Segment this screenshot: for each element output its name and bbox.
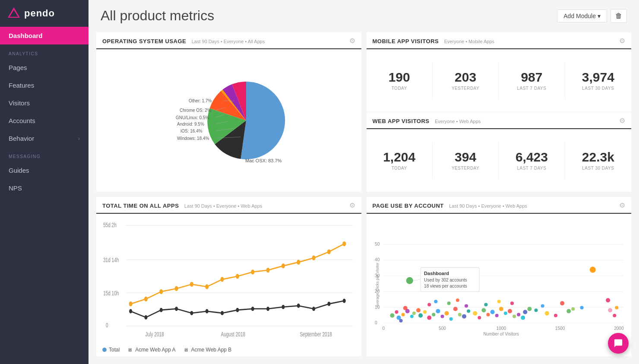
- svg-point-113: [560, 301, 564, 305]
- sidebar-nav-item-dashboard[interactable]: Dashboard: [0, 27, 89, 44]
- label-other: Other: 1.7%: [189, 98, 212, 103]
- svg-point-104: [434, 300, 437, 303]
- widget-title-mobile: MOBILE APP VISITORS: [373, 38, 439, 44]
- svg-point-17: [190, 282, 193, 287]
- svg-point-22: [266, 268, 270, 272]
- widget-subtitle-time: Last 90 Days • Everyone • Web Apps: [184, 203, 263, 209]
- svg-point-33: [206, 309, 209, 313]
- stat-web-yesterday: 394 YESTERDAY: [433, 142, 499, 179]
- logo-text: pendo: [24, 8, 55, 19]
- widget-header-mobile: MOBILE APP VISITORS Everyone • Mobile Ap…: [367, 32, 632, 49]
- add-module-button[interactable]: Add Module ▾: [557, 9, 607, 22]
- stat-value-mobile-30days: 3,974: [582, 71, 614, 84]
- stat-label-mobile-7days: LAST 7 DAYS: [517, 86, 546, 91]
- stat-web-30days: 22.3k LAST 30 DAYS: [565, 142, 631, 179]
- svg-point-27: [342, 241, 346, 246]
- delete-dashboard-button[interactable]: 🗑: [611, 9, 627, 23]
- svg-point-88: [490, 310, 494, 314]
- messaging-section-label: MESSAGING: [0, 147, 89, 161]
- svg-point-72: [418, 313, 422, 318]
- svg-point-35: [236, 308, 239, 312]
- pie-chart-svg: Mac OSX: 83.7% Windows: 18.4% iOS: 16.4%…: [160, 73, 298, 168]
- label-ios: iOS: 16.4%: [180, 129, 202, 133]
- stat-mobile-30days: 3,974 LAST 30 DAYS: [565, 62, 631, 99]
- svg-point-40: [312, 307, 315, 311]
- sidebar-nav-item-guides[interactable]: Guides: [0, 161, 89, 179]
- widget-title-pageuse: PAGE USE BY ACCOUNT: [373, 203, 444, 209]
- svg-point-62: [390, 313, 394, 318]
- gear-icon-pageuse[interactable]: ⚙: [619, 201, 625, 209]
- svg-point-83: [467, 310, 470, 313]
- svg-point-107: [465, 304, 468, 307]
- svg-point-37: [266, 307, 269, 311]
- mobile-stats-grid: 190 TODAY 203 YESTERDAY 987 LAST 7 DAYS …: [367, 49, 632, 112]
- sidebar-logo: pendo: [0, 0, 89, 27]
- tooltip-line2: 18 views per accounts: [424, 284, 467, 288]
- svg-point-80: [453, 307, 457, 311]
- mobile-visitors-section: MOBILE APP VISITORS Everyone • Mobile Ap…: [367, 32, 632, 112]
- sidebar-nav-item-accounts[interactable]: Accounts: [0, 112, 89, 130]
- svg-point-79: [449, 317, 452, 321]
- svg-point-85: [478, 316, 481, 320]
- line-chart-legend: Total 🖥 Acme Web App A 🖥 Acme Web App B: [96, 344, 361, 356]
- svg-point-112: [541, 304, 544, 307]
- svg-point-89: [495, 314, 498, 317]
- svg-point-118: [608, 308, 612, 313]
- web-stats-grid: 1,204 TODAY 394 YESTERDAY 6,423 LAST 7 D…: [367, 129, 632, 192]
- widget-subtitle-os: Last 90 Days • Everyone • All Apps: [192, 39, 265, 44]
- svg-point-28: [129, 309, 132, 313]
- svg-point-63: [395, 310, 398, 314]
- trash-icon: 🗑: [615, 12, 622, 19]
- monitor-icon-appB: 🖥: [183, 347, 188, 352]
- svg-point-74: [427, 316, 431, 320]
- svg-point-90: [499, 307, 503, 311]
- sidebar-nav-item-visitors[interactable]: Visitors: [0, 94, 89, 112]
- sidebar-nav-item-features[interactable]: Features: [0, 76, 89, 94]
- line-total: [131, 244, 345, 304]
- svg-point-103: [427, 303, 431, 306]
- gear-icon-mobile[interactable]: ⚙: [619, 37, 625, 45]
- svg-point-69: [412, 312, 415, 315]
- sidebar-nav-item-behavior[interactable]: Behavior ›: [0, 130, 89, 147]
- svg-point-18: [205, 284, 209, 289]
- chevron-down-icon: ▾: [598, 13, 601, 19]
- svg-point-32: [190, 311, 193, 315]
- svg-point-114: [571, 307, 575, 310]
- stat-value-web-today: 1,204: [383, 151, 415, 164]
- svg-point-110: [510, 301, 513, 305]
- stat-value-mobile-yesterday: 203: [455, 71, 476, 84]
- svg-point-95: [534, 309, 538, 312]
- svg-point-70: [416, 308, 420, 313]
- svg-point-65: [401, 313, 405, 317]
- svg-line-119: [413, 279, 420, 281]
- svg-point-82: [462, 314, 466, 319]
- widget-title-web: WEB APP VISITORS: [373, 118, 430, 124]
- stat-value-mobile-today: 190: [389, 71, 410, 84]
- svg-point-94: [523, 310, 527, 314]
- legend-total: Total: [102, 347, 120, 353]
- stat-value-web-7days: 6,423: [516, 151, 548, 164]
- tooltip-line1: Used by 302 accounts: [424, 278, 467, 282]
- sidebar-nav-item-pages[interactable]: Pages: [0, 59, 89, 76]
- svg-point-71: [399, 319, 402, 323]
- widget-body-time: 55d 2h 31d 14h 15d 10h 0 July 2018 Augus…: [96, 214, 361, 344]
- fab-button[interactable]: [608, 333, 629, 354]
- svg-point-76: [436, 309, 440, 313]
- svg-point-108: [484, 303, 487, 306]
- svg-point-36: [251, 307, 254, 311]
- svg-point-23: [282, 263, 285, 268]
- gear-icon-time[interactable]: ⚙: [349, 201, 355, 209]
- svg-text:0: 0: [106, 322, 108, 329]
- gear-icon-os[interactable]: ⚙: [349, 37, 355, 45]
- svg-point-31: [175, 307, 178, 311]
- gear-icon-web[interactable]: ⚙: [619, 117, 625, 125]
- widget-page-use: PAGE USE BY ACCOUNT Last 90 Days • Every…: [367, 197, 632, 356]
- svg-text:40: 40: [375, 257, 380, 262]
- svg-text:2000: 2000: [614, 326, 624, 331]
- svg-point-21: [251, 269, 254, 274]
- svg-point-38: [282, 305, 285, 309]
- stat-web-today: 1,204 TODAY: [367, 142, 433, 179]
- sidebar-nav-item-nps[interactable]: NPS: [0, 179, 89, 197]
- svg-text:55d 2h: 55d 2h: [103, 222, 117, 229]
- stat-label-web-7days: LAST 7 DAYS: [517, 166, 546, 171]
